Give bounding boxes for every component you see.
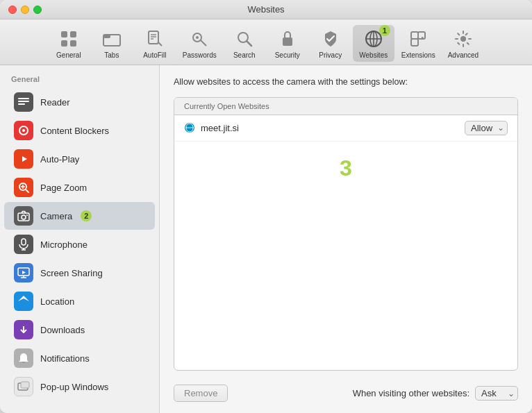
svg-rect-22 (411, 39, 418, 46)
badge-3: 3 (340, 155, 352, 181)
advanced-label: Advanced (448, 51, 479, 59)
websites-label: Websites (359, 51, 388, 59)
detail-description: Allow websites to access the camera with… (174, 76, 518, 89)
sidebar-item-notifications[interactable]: Notifications (4, 344, 155, 372)
svg-rect-6 (149, 31, 158, 44)
content-blockers-label: Content Blockers (40, 126, 109, 136)
minimize-button[interactable] (21, 6, 29, 14)
autoplay-label: Auto-Play (40, 154, 79, 165)
window-title: Websites (247, 4, 284, 15)
safari-window: Websites General Tabs AutoFill (0, 0, 532, 413)
svg-rect-49 (22, 362, 25, 363)
location-icon (14, 292, 33, 311)
screen-sharing-icon (14, 263, 33, 283)
autofill-label: AutoFill (143, 51, 166, 59)
other-websites-label: When visiting other websites: (353, 388, 469, 398)
maximize-button[interactable] (33, 6, 42, 14)
microphone-icon (14, 235, 33, 254)
sidebar-item-content-blockers[interactable]: Content Blockers (4, 117, 155, 144)
security-icon (276, 28, 299, 50)
toolbar-item-autofill[interactable]: AutoFill (134, 25, 176, 62)
svg-rect-39 (22, 239, 26, 245)
websites-table: Currently Open Websites meet.jit.si Allo… (174, 97, 518, 371)
site-name: meet.jit.si (201, 123, 459, 133)
microphone-label: Microphone (40, 239, 88, 250)
detail-pane: Allow websites to access the camera with… (160, 65, 532, 413)
svg-rect-2 (61, 40, 67, 47)
svg-rect-25 (18, 101, 29, 102)
toolbar-item-websites[interactable]: 1 Websites (353, 25, 394, 62)
sidebar-item-screen-sharing[interactable]: Screen Sharing (4, 259, 155, 287)
other-websites-select[interactable]: Ask Allow Deny (475, 386, 518, 401)
svg-rect-5 (103, 35, 110, 38)
sidebar-item-microphone[interactable]: Microphone (4, 230, 155, 258)
table-header: Currently Open Websites (174, 98, 517, 115)
permission-select[interactable]: Allow Ask Deny (465, 121, 508, 135)
svg-rect-51 (21, 382, 29, 388)
passwords-label: Passwords (183, 51, 217, 59)
screen-sharing-label: Screen Sharing (40, 268, 103, 278)
toolbar-item-security[interactable]: Security (267, 25, 308, 62)
general-icon (58, 28, 80, 50)
sidebar-item-location[interactable]: Location (4, 287, 155, 315)
svg-rect-3 (70, 40, 76, 47)
privacy-icon (319, 28, 342, 50)
page-zoom-label: Page Zoom (40, 183, 87, 193)
sidebar-item-reader[interactable]: Reader (4, 88, 155, 116)
sidebar-section-general: General (0, 72, 159, 87)
sidebar-item-auto-play[interactable]: Auto-Play (4, 145, 155, 173)
search-icon (233, 28, 256, 50)
svg-point-12 (196, 36, 199, 39)
titlebar: Websites (0, 0, 532, 19)
svg-rect-24 (18, 98, 29, 99)
page-zoom-icon (14, 178, 33, 197)
toolbar-item-general[interactable]: General (48, 25, 90, 62)
sidebar-item-page-zoom[interactable]: Page Zoom (4, 174, 155, 201)
toolbar-item-search[interactable]: Search (224, 25, 265, 62)
remove-button[interactable]: Remove (174, 385, 228, 402)
advanced-icon (452, 28, 474, 50)
security-label: Security (275, 51, 300, 59)
toolbar-item-passwords[interactable]: Passwords (177, 25, 222, 62)
svg-point-29 (22, 129, 25, 132)
svg-marker-46 (18, 296, 29, 301)
search-label: Search (233, 51, 256, 59)
autoplay-icon (14, 149, 33, 169)
privacy-label: Privacy (319, 51, 342, 59)
table-body: meet.jit.si Allow Ask Deny 3 (174, 115, 517, 371)
svg-point-37 (22, 215, 26, 219)
sidebar-item-popup-windows[interactable]: Pop-up Windows (4, 373, 155, 401)
toolbar-item-advanced[interactable]: Advanced (442, 25, 484, 62)
table-row: meet.jit.si Allow Ask Deny (174, 115, 517, 142)
other-websites: When visiting other websites: Ask Allow … (353, 386, 518, 401)
close-button[interactable] (8, 6, 17, 14)
notifications-icon (14, 348, 33, 368)
svg-rect-26 (18, 103, 25, 105)
popup-icon (14, 377, 33, 396)
downloads-label: Downloads (40, 325, 85, 335)
content-blockers-icon (14, 121, 33, 140)
svg-marker-45 (22, 271, 26, 274)
notifications-label: Notifications (40, 353, 90, 364)
toolbar-item-tabs[interactable]: Tabs (91, 25, 133, 62)
svg-line-33 (26, 189, 28, 192)
websites-icon: 1 (363, 28, 385, 50)
reader-label: Reader (40, 97, 70, 108)
tabs-label: Tabs (104, 51, 119, 59)
site-favicon (184, 122, 195, 133)
sidebar-item-downloads[interactable]: Downloads (4, 316, 155, 344)
toolbar-item-privacy[interactable]: Privacy (310, 25, 351, 62)
svg-point-23 (460, 36, 466, 42)
sidebar-item-camera[interactable]: Camera 2 (4, 202, 155, 230)
tabs-icon (101, 28, 123, 50)
sidebar: General Reader Content Blockers Auto-Pla… (0, 65, 160, 413)
svg-line-14 (247, 41, 251, 46)
camera-badge: 2 (81, 210, 92, 221)
passwords-icon (188, 28, 210, 50)
websites-badge: 1 (379, 25, 390, 36)
location-label: Location (40, 296, 74, 307)
autofill-icon (144, 28, 166, 50)
svg-rect-20 (411, 32, 418, 39)
toolbar-item-extensions[interactable]: Extensions (396, 25, 441, 62)
camera-icon (14, 206, 33, 226)
